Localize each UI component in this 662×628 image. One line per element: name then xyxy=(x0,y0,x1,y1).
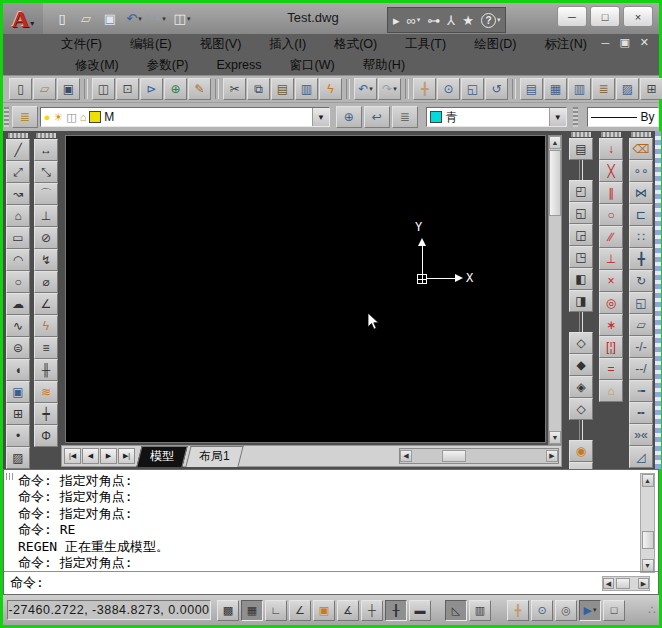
menu-window[interactable]: 窗口(W) xyxy=(276,56,349,75)
doc-minimize-button[interactable]: ─ xyxy=(600,36,612,49)
menu-file[interactable]: 文件(F) xyxy=(47,35,116,54)
linear-dimension-button[interactable]: ↔ xyxy=(34,139,58,161)
drawing-canvas[interactable]: Y X xyxy=(65,135,546,443)
toolbar-grip[interactable] xyxy=(631,132,651,137)
bottom-view-button[interactable]: ◱ xyxy=(569,202,593,224)
otrack-toggle[interactable]: ∡ xyxy=(337,600,359,621)
canvas-vertical-scrollbar[interactable]: ▲ ▼ xyxy=(548,135,562,445)
qnew-button[interactable]: ▯ xyxy=(51,8,73,30)
break-button[interactable]: ╍ xyxy=(629,402,653,424)
layer-states-manager-button[interactable]: ≣ xyxy=(392,106,418,128)
scroll-left-button[interactable]: ◀ xyxy=(603,578,614,589)
osnap-toggle[interactable]: ▣ xyxy=(313,600,335,621)
zoom-tool-button[interactable]: ⊙ xyxy=(531,600,553,621)
help-button[interactable]: ? xyxy=(480,13,502,28)
extend-button[interactable]: --/ xyxy=(629,358,653,380)
aligned-dimension-button[interactable]: ⤡ xyxy=(34,161,58,183)
tab-model[interactable]: 模型 xyxy=(136,446,187,467)
canvas-horizontal-scrollbar[interactable]: ◀ ▶ xyxy=(399,448,559,464)
layer-properties-manager-button[interactable]: ≣ xyxy=(12,106,38,128)
stretch-button[interactable]: ▱ xyxy=(629,314,653,336)
cut-button[interactable]: ✂ xyxy=(223,78,246,100)
command-vertical-scrollbar[interactable]: ▲ ▼ xyxy=(640,473,655,573)
offset-button[interactable]: ⊏ xyxy=(629,204,653,226)
dimension-break-button[interactable]: ┿ xyxy=(34,403,58,425)
communication-center-button[interactable]: ⅄ xyxy=(446,13,456,28)
ellipse-arc-button[interactable]: ◖ xyxy=(6,359,30,381)
infocenter-search-button[interactable]: ∞ xyxy=(406,13,422,28)
prev-tab-button[interactable]: ◀ xyxy=(82,448,99,464)
favorites-button[interactable]: ★ xyxy=(461,13,475,28)
color-dropdown-caret[interactable]: ▼ xyxy=(549,108,566,126)
toolbar-grip[interactable] xyxy=(4,107,9,127)
redo-button[interactable]: ↷ xyxy=(378,78,401,100)
command-window-grip[interactable] xyxy=(6,473,15,480)
ordinate-dimension-button[interactable]: ⊥ xyxy=(34,205,58,227)
polyline-button[interactable]: ↝ xyxy=(6,183,30,205)
construction-line-button[interactable]: ⤢ xyxy=(6,161,30,183)
quick-dimension-button[interactable]: ϟ xyxy=(34,315,58,337)
make-object-layer-current-button[interactable]: ⊕ xyxy=(336,106,362,128)
dimension-style-button[interactable]: Φ xyxy=(34,425,58,447)
resize-grip[interactable]: ∴ xyxy=(648,603,656,617)
join-button[interactable]: »« xyxy=(629,424,653,446)
plot-button[interactable]: ◫ xyxy=(92,78,115,100)
temporary-track-point-button[interactable]: ↓ xyxy=(599,138,623,160)
publish-button[interactable]: ⊳ xyxy=(140,78,163,100)
snap-perpendicular-button[interactable]: ⊥ xyxy=(599,248,623,270)
zoom-previous-button[interactable]: ↺ xyxy=(485,78,508,100)
back-view-button[interactable]: ◨ xyxy=(569,290,593,312)
color-dropdown[interactable]: 青 ▼ xyxy=(426,107,567,127)
undo-button[interactable]: ↶ xyxy=(354,78,377,100)
move-button[interactable]: ╋ xyxy=(629,248,653,270)
model-space-toggle[interactable]: ◺ xyxy=(445,600,467,621)
doc-restore-button[interactable]: ▣ xyxy=(617,36,631,49)
array-button[interactable]: ∷ xyxy=(629,226,653,248)
grid-toggle[interactable]: ▦ xyxy=(241,600,263,621)
steering-wheel-button[interactable]: ◎ xyxy=(555,600,577,621)
right-view-button[interactable]: ◳ xyxy=(569,246,593,268)
clean-screen-button[interactable]: □ xyxy=(603,600,625,621)
tool-palettes-button[interactable]: ▥ xyxy=(568,78,591,100)
se-isometric-button[interactable]: ◆ xyxy=(569,354,593,376)
snap-quadrant-button[interactable]: ○ xyxy=(599,204,623,226)
next-tab-button[interactable]: ▶ xyxy=(100,448,117,464)
first-tab-button[interactable]: |◀ xyxy=(64,448,81,464)
save-button[interactable]: ▣ xyxy=(57,78,80,100)
point-button[interactable]: • xyxy=(6,425,30,447)
scrollbar-thumb[interactable] xyxy=(549,150,561,216)
menu-tools[interactable]: 工具(T) xyxy=(391,35,460,54)
snap-insert-button[interactable]: [¦] xyxy=(599,336,623,358)
chamfer-button[interactable]: ◿ xyxy=(629,446,653,468)
toolbar-grip[interactable] xyxy=(571,132,591,137)
menu-view[interactable]: 视图(V) xyxy=(186,35,256,54)
layout-tabs-toggle[interactable]: ▥ xyxy=(469,600,491,621)
paste-block-button[interactable]: ▥ xyxy=(295,78,318,100)
dimension-space-button[interactable]: ≋ xyxy=(34,381,58,403)
new-button[interactable]: ▯ xyxy=(9,78,32,100)
rectangle-button[interactable]: ▭ xyxy=(6,227,30,249)
layer-previous-button[interactable]: ↩ xyxy=(364,106,390,128)
toolbar-grip[interactable] xyxy=(601,132,621,137)
nw-isometric-button[interactable]: ◇ xyxy=(569,398,593,420)
undo-button[interactable]: ↶ xyxy=(123,8,145,30)
app-menu-button[interactable]: A ▾ xyxy=(3,3,43,34)
line-button[interactable]: ╱ xyxy=(6,139,30,161)
radius-dimension-button[interactable]: ⊘ xyxy=(34,227,58,249)
copy-clip-button[interactable]: ⧉ xyxy=(247,78,270,100)
mirror-button[interactable]: ⋈ xyxy=(629,182,653,204)
menu-insert[interactable]: 插入(I) xyxy=(255,35,320,54)
properties-palette-button[interactable]: ▤ xyxy=(520,78,543,100)
menu-edit[interactable]: 编辑(E) xyxy=(116,35,186,54)
snap-center-button[interactable]: ◎ xyxy=(599,292,623,314)
revision-cloud-button[interactable]: ☁ xyxy=(6,293,30,315)
zoom-realtime-button[interactable]: ⊙ xyxy=(437,78,460,100)
menu-format[interactable]: 格式(O) xyxy=(320,35,391,54)
top-view-button[interactable]: ◰ xyxy=(569,180,593,202)
insert-block-button[interactable]: ▣ xyxy=(6,381,30,403)
open-button[interactable]: ▱ xyxy=(33,78,56,100)
make-block-button[interactable]: ⊞ xyxy=(6,403,30,425)
paste-button[interactable]: ▤ xyxy=(271,78,294,100)
plot-button[interactable]: ◫ xyxy=(171,8,193,30)
snap-parallel-button[interactable]: ∥ xyxy=(599,182,623,204)
